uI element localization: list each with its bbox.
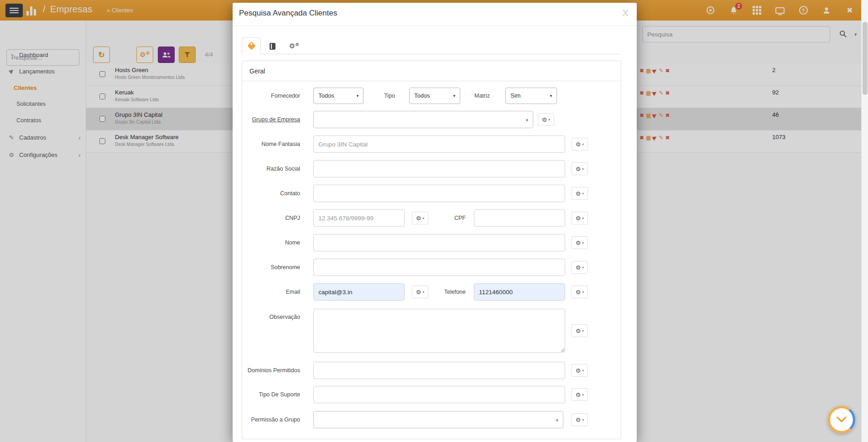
nome-fantasia-label: Nome Fantasia [242, 135, 300, 153]
dominios-input[interactable] [313, 362, 565, 379]
form-row-fornecedor: Fornecedor Todos ▼ Tipo Todos ▼ Matriz S… [242, 87, 622, 104]
caret-down-icon: ▾ [582, 265, 584, 270]
close-icon[interactable]: X [622, 7, 629, 18]
caret-down-icon: ▾ [582, 369, 584, 373]
gear-icon: ⚙ [576, 328, 581, 334]
contato-label: Contato [242, 185, 300, 202]
form-row-permissao-grupo: Permissão a Grupo ▾ ⚙ ▾ [242, 411, 622, 428]
sobrenome-input[interactable] [313, 259, 565, 276]
permissao-options-button[interactable]: ⚙ ▾ [572, 413, 588, 426]
scrollbar-thumb[interactable] [863, 22, 868, 95]
contato-options-button[interactable]: ⚙ ▾ [572, 187, 588, 200]
email-options-button[interactable]: ⚙ ▾ [412, 286, 428, 298]
fornecedor-select[interactable]: Todos ▼ [313, 88, 364, 104]
tab-advanced-settings[interactable]: ⚙⚙ [287, 40, 301, 52]
email-input[interactable] [313, 283, 405, 301]
fornecedor-label: Fornecedor [242, 87, 300, 104]
chevron-down-icon [836, 416, 847, 423]
caret-down-icon: ▾ [582, 167, 584, 171]
gear-icon: ⚙ [576, 239, 581, 246]
tipo-suporte-options-button[interactable]: ⚙ ▾ [572, 388, 588, 401]
dominios-label: Domínios Permitidos [242, 362, 300, 379]
gear-icon: ⚙ [576, 141, 581, 148]
caret-down-icon: ▾ [582, 290, 584, 294]
caret-down-icon: ▾ [582, 192, 584, 196]
general-panel: Geral Fornecedor Todos ▼ Tipo Todos ▼ Ma… [242, 61, 621, 439]
caret-down-icon: ▾ [422, 216, 424, 220]
nome-options-button[interactable]: ⚙ ▾ [572, 236, 588, 249]
razao-social-label: Razão Social [242, 160, 300, 177]
page-scrollbar[interactable] [861, 0, 868, 442]
razao-social-options-button[interactable]: ⚙ ▾ [572, 162, 588, 175]
scroll-down-fab[interactable] [828, 406, 855, 433]
contato-input[interactable] [313, 185, 565, 202]
nome-fantasia-input[interactable] [313, 135, 565, 153]
cpf-input[interactable] [474, 209, 565, 227]
telefone-input[interactable] [474, 283, 565, 301]
caret-down-icon: ▾ [582, 329, 584, 333]
gear-icon: ⚙ [576, 367, 581, 374]
tab-general[interactable] [242, 37, 261, 54]
matriz-select[interactable]: Sim ▼ [505, 88, 557, 104]
grupo-empresa-label[interactable]: Grupo de Empresa [242, 111, 300, 128]
permissao-grupo-dropdown[interactable]: ▾ [313, 411, 563, 428]
observacao-options-button[interactable]: ⚙ ▾ [572, 324, 588, 337]
gear-icon: ⚙ [416, 289, 421, 296]
form-row-contato: Contato ⚙ ▾ [242, 185, 622, 202]
email-label: Email [242, 283, 300, 301]
form-row-nome: Nome ⚙ ▾ [242, 234, 622, 251]
caret-down-icon: ▾ [582, 216, 584, 220]
form-row-grupo-empresa: Grupo de Empresa ▾ ⚙ ▾ [242, 111, 622, 128]
select-caret-icon: ▼ [356, 94, 359, 98]
select-caret-icon: ▼ [549, 94, 553, 98]
form-row-tipo-suporte: Tipo De Suporte ⚙ ▾ [242, 386, 622, 403]
tipo-select[interactable]: Todos ▼ [409, 88, 460, 104]
tab-company-data[interactable] [265, 40, 279, 52]
form-row-dominios: Domínios Permitidos ⚙ ▾ [242, 362, 622, 379]
gear-icon: ⚙ [542, 116, 547, 123]
telefone-label: Telefone [434, 283, 466, 301]
gear-icon: ⚙ [576, 166, 581, 172]
sobrenome-options-button[interactable]: ⚙ ▾ [572, 261, 588, 274]
nome-fantasia-options-button[interactable]: ⚙ ▾ [572, 138, 588, 151]
telefone-options-button[interactable]: ⚙ ▾ [572, 286, 588, 298]
razao-social-input[interactable] [313, 160, 565, 177]
caret-down-icon: ▾ [422, 290, 424, 294]
cnpj-input[interactable] [313, 209, 405, 227]
dominios-options-button[interactable]: ⚙ ▾ [572, 364, 588, 377]
observacao-textarea[interactable] [313, 309, 565, 353]
form-row-razao-social: Razão Social ⚙ ▾ [242, 160, 622, 177]
form-row-cnpj-cpf: CNPJ ⚙ ▾ CPF ⚙ ▾ [242, 209, 622, 227]
gear-icon: ⚙ [416, 215, 421, 222]
cpf-label: CPF [438, 209, 466, 227]
book-icon [270, 43, 275, 50]
form-row-nome-fantasia: Nome Fantasia ⚙ ▾ [242, 135, 622, 153]
caret-down-icon: ▾ [582, 418, 584, 422]
cnpj-options-button[interactable]: ⚙ ▾ [412, 212, 428, 224]
caret-down-icon: ▾ [556, 417, 558, 423]
observacao-label: Observação [242, 309, 300, 322]
cpf-options-button[interactable]: ⚙ ▾ [572, 212, 588, 224]
screen: / Empresas » Clientes 2 ? ✖ ◔ Dashboard [0, 0, 868, 442]
gear-icon: ⚙ [576, 264, 581, 271]
gear-icon: ⚙ [576, 215, 581, 222]
gear-icon: ⚙ [576, 391, 581, 398]
caret-down-icon: ▾ [582, 142, 584, 146]
sobrenome-label: Sobrenome [242, 259, 300, 276]
nome-label: Nome [242, 234, 300, 251]
caret-down-icon: ▾ [582, 393, 584, 397]
gears-icon: ⚙⚙ [289, 42, 299, 50]
form-row-sobrenome: Sobrenome ⚙ ▾ [242, 259, 622, 276]
select-caret-icon: ▼ [452, 94, 456, 98]
permissao-label: Permissão a Grupo [242, 411, 300, 428]
grupo-empresa-dropdown[interactable]: ▾ [313, 111, 533, 128]
gear-icon: ⚙ [576, 416, 581, 423]
caret-down-icon: ▾ [548, 118, 550, 122]
tipo-label: Tipo [368, 87, 395, 104]
cnpj-label: CNPJ [242, 209, 300, 227]
tag-icon [247, 42, 255, 50]
grupo-empresa-options-button[interactable]: ⚙ ▾ [538, 113, 554, 126]
nome-input[interactable] [313, 234, 565, 251]
tipo-suporte-input[interactable] [313, 386, 565, 403]
advanced-search-modal: Pesquisa Avançada Clientes X ⚙⚙ Geral Fo… [233, 3, 637, 442]
